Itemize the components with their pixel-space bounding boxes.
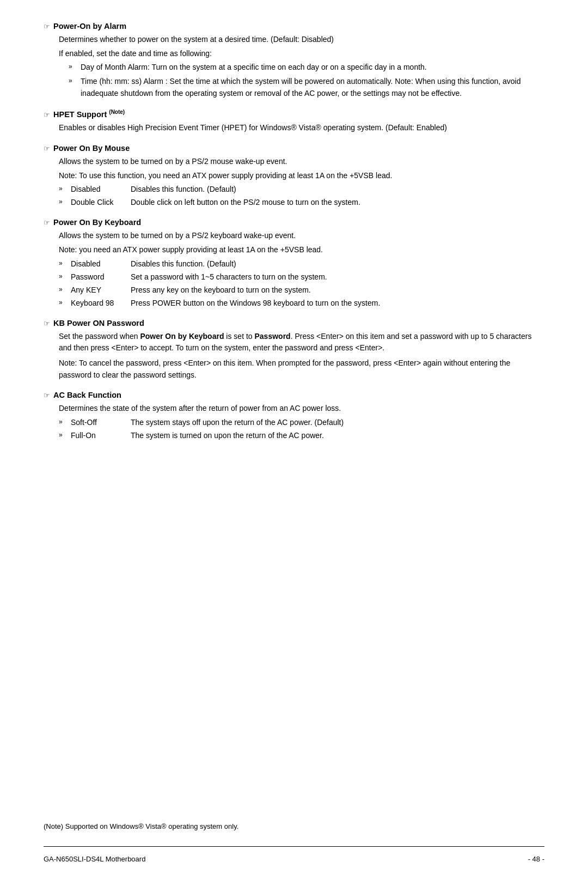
keyboard-item-anykey: » Any KEY Press any key on the keyboard … <box>59 284 544 296</box>
mouse-item-disabled: » Disabled Disables this function. (Defa… <box>59 184 544 195</box>
mouse-label-disabled: Disabled <box>71 184 131 195</box>
kb-desc-disabled: Disables this function. (Default) <box>131 258 544 270</box>
ac-label-soft-off: Soft-Off <box>71 417 131 428</box>
cursor-icon-2: ☞ <box>44 111 50 119</box>
para-2: If enabled, set the date and time as fol… <box>59 48 544 60</box>
section-header-ac-back: ☞ AC Back Function <box>44 391 544 399</box>
footer-note-text: (Note) Supported on Windows® Vista® oper… <box>44 822 238 830</box>
kb-desc-kb98: Press POWER button on the Windows 98 key… <box>131 298 544 309</box>
kb-pw-text-1: Set the password when <box>59 332 140 341</box>
ac-back-item-full-on: » Full-On The system is turned on upon t… <box>59 430 544 441</box>
title-hpet: HPET Support (Note) <box>53 109 125 119</box>
arrow-sym-mouse-2: » <box>59 197 69 208</box>
cursor-icon-3: ☞ <box>44 144 50 153</box>
mouse-desc-double-click: Double click on left button on the PS/2 … <box>131 197 544 208</box>
para-1: Determines whether to power on the syste… <box>59 34 544 46</box>
section-header-hpet: ☞ HPET Support (Note) <box>44 109 544 119</box>
alarm-bullet-1-text: Day of Month Alarm: Turn on the system a… <box>81 62 427 74</box>
mouse-desc-disabled: Disables this function. (Default) <box>131 184 544 195</box>
cursor-icon-6: ☞ <box>44 391 50 399</box>
hpet-note-superscript: (Note) <box>109 109 125 115</box>
keyboard-item-disabled: » Disabled Disables this function. (Defa… <box>59 258 544 270</box>
kb-label-password: Password <box>71 271 131 283</box>
footer-left: GA-N650SLI-DS4L Motherboard <box>44 855 145 863</box>
kb-pw-bold-1: Power On by Keyboard <box>140 332 224 341</box>
alarm-bullet-2: » Time (hh: mm: ss) Alarm : Set the time… <box>59 76 544 99</box>
section-header-keyboard: ☞ Power On By Keyboard <box>44 218 544 227</box>
section-power-on-mouse: ☞ Power On By Mouse Allows the system to… <box>44 144 544 208</box>
arrow-sym-mouse-1: » <box>59 184 69 195</box>
body-kb-password: Set the password when Power On by Keyboa… <box>44 331 544 381</box>
ac-label-full-on: Full-On <box>71 430 131 441</box>
body-keyboard: Allows the system to be turned on by a P… <box>44 230 544 308</box>
section-hpet-support: ☞ HPET Support (Note) Enables or disable… <box>44 109 544 134</box>
arrow-sym-ac-1: » <box>59 417 69 428</box>
footer-bar <box>44 846 544 847</box>
kb-label-anykey: Any KEY <box>71 284 131 296</box>
section-header-power-on-alarm: ☞ Power-On by Alarm <box>44 22 544 31</box>
mouse-item-double-click: » Double Click Double click on left butt… <box>59 197 544 208</box>
cursor-icon-5: ☞ <box>44 319 50 327</box>
kb-label-disabled: Disabled <box>71 258 131 270</box>
kb-pw-text-2: is set to <box>224 332 254 341</box>
arrow-sym-2: » <box>69 76 78 99</box>
kb-label-kb98: Keyboard 98 <box>71 298 131 309</box>
kb-desc-password: Set a password with 1~5 characters to tu… <box>131 271 544 283</box>
mouse-para-2: Note: To use this function, you need an … <box>59 170 544 182</box>
arrow-sym-ac-2: » <box>59 430 69 441</box>
cursor-icon-1: ☞ <box>44 22 50 31</box>
mouse-para-1: Allows the system to be turned on by a P… <box>59 156 544 168</box>
alarm-bullet-1: » Day of Month Alarm: Turn on the system… <box>59 62 544 74</box>
body-power-on-alarm: Determines whether to power on the syste… <box>44 34 544 99</box>
arrow-sym-1: » <box>69 62 78 74</box>
kb-pw-bold-2: Password <box>255 332 291 341</box>
kb-desc-anykey: Press any key on the keyboard to turn on… <box>131 284 544 296</box>
alarm-bullet-2-text: Time (hh: mm: ss) Alarm : Set the time a… <box>81 76 544 99</box>
keyboard-para-1: Allows the system to be turned on by a P… <box>59 230 544 242</box>
title-mouse: Power On By Mouse <box>53 144 130 153</box>
keyboard-para-2: Note: you need an ATX power supply provi… <box>59 244 544 256</box>
ac-desc-soft-off: The system stays off upon the return of … <box>131 417 544 428</box>
ac-back-item-soft-off: » Soft-Off The system stays off upon the… <box>59 417 544 428</box>
footer-note: (Note) Supported on Windows® Vista® oper… <box>44 822 544 830</box>
arrow-sym-kb-2: » <box>59 271 69 283</box>
keyboard-item-password: » Password Set a password with 1~5 chara… <box>59 271 544 283</box>
mouse-label-double-click: Double Click <box>71 197 131 208</box>
section-power-on-keyboard: ☞ Power On By Keyboard Allows the system… <box>44 218 544 308</box>
section-kb-power-on-password: ☞ KB Power ON Password Set the password … <box>44 319 544 381</box>
title-ac-back: AC Back Function <box>53 391 121 399</box>
ac-back-para-1: Determines the state of the system after… <box>59 403 544 415</box>
section-header-mouse: ☞ Power On By Mouse <box>44 144 544 153</box>
ac-desc-full-on: The system is turned on upon the return … <box>131 430 544 441</box>
arrow-sym-kb-3: » <box>59 284 69 296</box>
keyboard-item-kb98: » Keyboard 98 Press POWER button on the … <box>59 298 544 309</box>
footer-right: - 48 - <box>528 855 544 863</box>
body-hpet: Enables or disables High Precision Event… <box>44 122 544 134</box>
body-mouse: Allows the system to be turned on by a P… <box>44 156 544 208</box>
title-power-on-alarm: Power-On by Alarm <box>53 22 126 31</box>
kb-password-para-2: Note: To cancel the password, press <Ent… <box>59 357 544 381</box>
arrow-sym-kb-1: » <box>59 258 69 270</box>
kb-password-para-1: Set the password when Power On by Keyboa… <box>59 331 544 354</box>
section-header-kb-password: ☞ KB Power ON Password <box>44 319 544 327</box>
arrow-sym-kb-4: » <box>59 298 69 309</box>
section-ac-back-function: ☞ AC Back Function Determines the state … <box>44 391 544 441</box>
title-keyboard: Power On By Keyboard <box>53 218 141 227</box>
cursor-icon-4: ☞ <box>44 218 50 227</box>
hpet-para: Enables or disables High Precision Event… <box>59 122 544 134</box>
title-kb-password: KB Power ON Password <box>53 319 144 327</box>
footer-bottom: GA-N650SLI-DS4L Motherboard - 48 - <box>44 855 544 863</box>
section-power-on-alarm: ☞ Power-On by Alarm Determines whether t… <box>44 22 544 99</box>
body-ac-back: Determines the state of the system after… <box>44 403 544 441</box>
page-container: ☞ Power-On by Alarm Determines whether t… <box>0 0 588 874</box>
